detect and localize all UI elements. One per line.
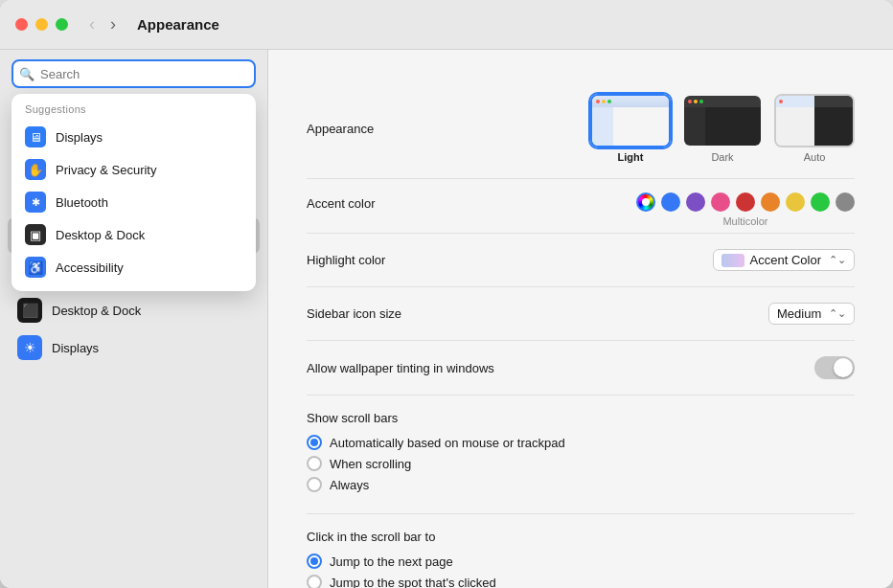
suggestion-desktop-label: Desktop & Dock [56,228,145,242]
click-jump-next-radio[interactable] [307,554,322,569]
accent-orange[interactable] [761,192,780,212]
suggestion-displays[interactable]: 🖥 Displays [11,121,256,153]
auto-dot-r [779,100,783,103]
accent-yellow[interactable] [786,192,805,212]
scroll-always-radio[interactable] [307,477,322,492]
appearance-option-dark[interactable]: Dark [682,94,763,163]
sidebar-displays-label: Displays [52,341,99,355]
click-jump-spot-option[interactable]: Jump to the spot that's clicked [307,575,855,588]
back-button[interactable]: ‹ [83,12,101,36]
thumb-dot-green-dark [699,100,703,103]
scroll-auto-radio[interactable] [307,435,322,450]
accent-red[interactable] [736,192,755,212]
wallpaper-tinting-toggle[interactable] [814,356,855,379]
thumb-main-light [613,107,669,146]
thumb-auto-titlebar-light [776,96,814,107]
suggestion-privacy[interactable]: ✋ Privacy & Security [11,153,256,186]
sidebar-icon-size-select[interactable]: Medium ⌃⌄ [768,303,855,325]
wallpaper-tinting-row: Allow wallpaper tinting in windows [307,341,855,396]
appearance-option-light[interactable]: Light [590,94,671,163]
search-input[interactable] [11,59,256,88]
thumb-sidebar-dark [684,107,705,146]
accent-blue[interactable] [661,192,680,212]
click-scroll-bar-title: Click in the scroll bar to [307,530,855,544]
accent-color-picker: Multicolor [636,192,855,227]
sidebar: 🔍 Suggestions 🖥 Displays ✋ Privacy & Sec… [0,50,268,588]
wallpaper-tinting-label: Allow wallpaper tinting in windows [307,361,494,375]
accessibility-icon: ♿ [25,257,46,278]
scroll-auto-option[interactable]: Automatically based on mouse or trackpad [307,435,855,450]
scroll-when-scrolling-label: When scrolling [330,457,411,471]
suggestion-accessibility-label: Accessibility [56,260,124,275]
thumb-titlebar-dark [684,96,761,107]
highlight-chevron-icon: ⌃⌄ [829,254,846,266]
forward-button[interactable]: › [104,12,122,36]
suggestion-desktop-dock[interactable]: ▣ Desktop & Dock [11,218,256,251]
displays2-icon: ☀ [17,335,42,360]
highlight-color-row: Highlight color Accent Color ⌃⌄ [307,234,855,287]
system-preferences-window: ‹ › Appearance 🔍 Suggestions 🖥 Displays [0,0,893,588]
accent-multicolor[interactable] [636,192,655,212]
thumb-auto-body-dark [814,107,853,146]
sidebar-item-desktop-dock[interactable]: ⬛ Desktop & Dock [8,292,260,328]
click-jump-spot-label: Jump to the spot that's clicked [330,576,496,589]
maximize-button[interactable] [56,18,68,31]
accent-pink[interactable] [711,192,730,212]
appearance-row: Appearance [307,79,855,179]
sidebar-icon-size-label: Sidebar icon size [307,306,401,321]
scroll-when-scrolling-radio[interactable] [307,456,322,471]
click-jump-spot-radio[interactable] [307,575,322,588]
scroll-always-label: Always [330,478,369,492]
thumb-sidebar-light [592,107,613,146]
main-layout: 🔍 Suggestions 🖥 Displays ✋ Privacy & Sec… [0,50,893,588]
accent-green[interactable] [811,192,830,212]
highlight-color-select[interactable]: Accent Color ⌃⌄ [713,249,855,271]
suggestion-bluetooth-label: Bluetooth [56,195,108,210]
suggestion-bluetooth[interactable]: ✱ Bluetooth [11,186,256,218]
close-button[interactable] [15,18,28,31]
thumb-dot-green [607,100,611,103]
thumb-main-dark [705,107,761,146]
main-content: Appearance [268,50,893,588]
thumb-dot-red [596,100,600,103]
suggestion-privacy-label: Privacy & Security [56,163,156,177]
minimize-button[interactable] [35,18,48,31]
thumb-auto-right [814,96,853,146]
click-scroll-bar-section: Click in the scroll bar to Jump to the n… [307,514,855,588]
sidebar-item-displays[interactable]: ☀ Displays [8,329,260,366]
click-jump-next-label: Jump to the next page [330,554,453,569]
accent-color-row: Accent color Multicolor [307,179,855,234]
sidebar-icon-size-row: Sidebar icon size Medium ⌃⌄ [307,287,855,341]
search-container: 🔍 Suggestions 🖥 Displays ✋ Privacy & Sec… [0,50,267,98]
accent-graphite[interactable] [836,192,855,212]
desktop-dock2-icon: ⬛ [17,298,42,323]
accent-row [636,192,855,212]
show-scroll-bars-section: Show scroll bars Automatically based on … [307,396,855,514]
thumb-dot-red-dark [688,100,692,103]
search-icon: 🔍 [19,67,34,81]
accent-selected-label: Multicolor [722,215,767,227]
nav-buttons: ‹ › [83,12,122,36]
thumb-titlebar-light [592,96,669,107]
highlight-swatch [721,254,744,267]
sidebar-icon-size-value: Medium [777,306,821,321]
scroll-when-scrolling-option[interactable]: When scrolling [307,456,855,471]
window-title: Appearance [137,16,219,33]
accent-purple[interactable] [686,192,705,212]
appearance-auto-label: Auto [804,151,826,163]
appearance-options: Light [590,94,855,163]
traffic-lights [15,18,68,31]
bluetooth-icon: ✱ [25,192,46,213]
thumb-body-light [592,107,669,146]
scroll-auto-label: Automatically based on mouse or trackpad [330,436,565,450]
appearance-section-label: Appearance [307,122,374,136]
thumb-dot-yellow [602,100,606,103]
appearance-option-auto[interactable]: Auto [774,94,855,163]
thumb-dot-yellow-dark [694,100,698,103]
highlight-color-label: Highlight color [307,253,385,267]
appearance-thumb-light [590,94,671,147]
suggestions-label: Suggestions [11,102,256,121]
suggestion-accessibility[interactable]: ♿ Accessibility [11,251,256,283]
scroll-always-option[interactable]: Always [307,477,855,492]
click-jump-next-option[interactable]: Jump to the next page [307,554,855,569]
